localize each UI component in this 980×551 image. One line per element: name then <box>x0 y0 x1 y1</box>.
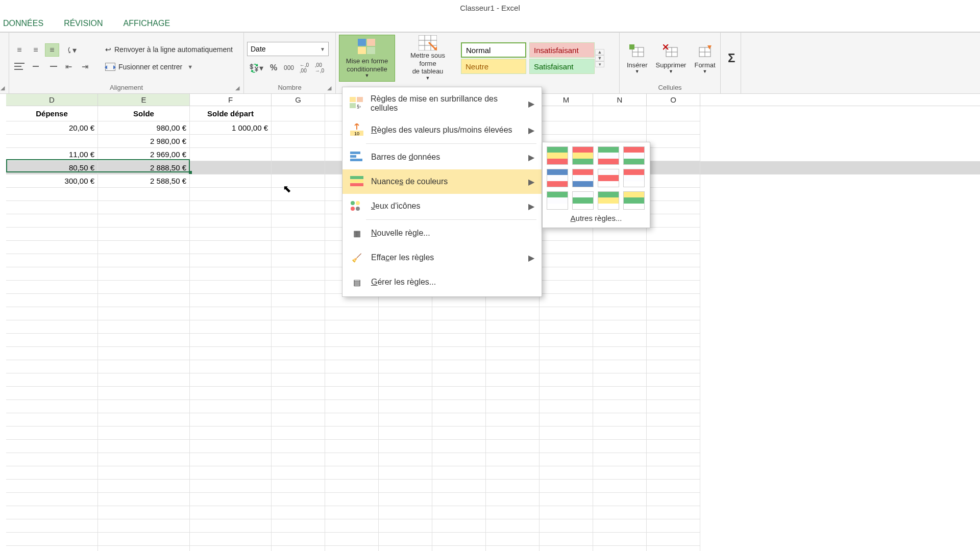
cell[interactable] <box>540 400 593 413</box>
cell[interactable] <box>432 360 486 373</box>
cell[interactable] <box>190 413 272 427</box>
indent-increase-button[interactable]: ⇥ <box>78 60 92 73</box>
cell[interactable] <box>593 281 647 294</box>
cell[interactable] <box>647 320 700 334</box>
cell[interactable] <box>647 347 700 360</box>
cell[interactable] <box>325 440 379 453</box>
cell[interactable] <box>379 387 432 400</box>
cell[interactable] <box>432 320 486 334</box>
format-as-table-button[interactable]: Mettre sous forme de tableau ▼ <box>397 35 458 82</box>
cell[interactable] <box>540 241 593 254</box>
cell[interactable] <box>593 307 647 320</box>
cell[interactable] <box>272 453 325 466</box>
cell[interactable] <box>272 347 325 360</box>
color-scale-swatch[interactable] <box>547 191 568 210</box>
cell[interactable] <box>272 480 325 493</box>
cell[interactable] <box>486 347 540 360</box>
cell[interactable] <box>593 347 647 360</box>
cell[interactable] <box>432 466 486 480</box>
cell[interactable] <box>432 546 486 551</box>
cell[interactable] <box>272 519 325 533</box>
cell[interactable] <box>98 360 190 373</box>
cell[interactable] <box>593 453 647 466</box>
cell[interactable] <box>540 121 593 135</box>
cell[interactable] <box>190 347 272 360</box>
cell[interactable] <box>272 320 325 334</box>
menu-item-new-rule[interactable]: ▦ Nouvelle règle... <box>342 221 542 245</box>
cell[interactable]: 2 980,00 € <box>98 135 190 148</box>
cell[interactable] <box>540 281 593 294</box>
cell[interactable] <box>272 387 325 400</box>
cell[interactable] <box>593 519 647 533</box>
cell[interactable] <box>432 533 486 546</box>
cell[interactable] <box>647 334 700 347</box>
cell[interactable] <box>647 267 700 281</box>
cell[interactable] <box>486 320 540 334</box>
format-cells-button[interactable]: Format▼ <box>690 41 719 76</box>
cell[interactable] <box>272 334 325 347</box>
cell[interactable] <box>540 106 593 121</box>
cell[interactable] <box>272 493 325 506</box>
cell[interactable] <box>98 188 190 201</box>
cell[interactable] <box>325 373 379 387</box>
cell[interactable] <box>272 307 325 320</box>
orientation-button[interactable]: ⤹▾ <box>61 43 81 57</box>
cell[interactable] <box>190 400 272 413</box>
cell[interactable] <box>190 188 272 201</box>
halign-left-button[interactable] <box>12 60 27 73</box>
cell[interactable] <box>272 281 325 294</box>
more-rules-link[interactable]: Autres règles... <box>547 210 646 223</box>
autosum-button[interactable]: Σ <box>724 50 739 67</box>
cell[interactable] <box>272 400 325 413</box>
cell[interactable] <box>6 307 98 320</box>
cell[interactable] <box>432 493 486 506</box>
column-header-F[interactable]: F <box>190 94 272 106</box>
cell[interactable] <box>647 254 700 267</box>
cell[interactable] <box>6 493 98 506</box>
cell[interactable] <box>647 453 700 466</box>
cell[interactable] <box>432 413 486 427</box>
cell[interactable] <box>647 148 700 161</box>
menu-item-data-bars[interactable]: Barres de données ▶ <box>342 145 542 169</box>
color-scale-swatch[interactable] <box>623 191 645 210</box>
cell[interactable] <box>593 427 647 440</box>
cell[interactable] <box>593 387 647 400</box>
cell[interactable] <box>379 427 432 440</box>
cell[interactable] <box>6 135 98 148</box>
cell[interactable] <box>272 201 325 214</box>
cell[interactable] <box>98 519 190 533</box>
cell[interactable]: 2 888,50 € <box>98 161 190 174</box>
cell[interactable] <box>540 533 593 546</box>
cell[interactable] <box>325 427 379 440</box>
cell[interactable] <box>98 493 190 506</box>
cell[interactable] <box>379 440 432 453</box>
cell[interactable] <box>98 506 190 519</box>
cell[interactable] <box>432 307 486 320</box>
color-scale-swatch[interactable] <box>572 191 594 210</box>
cell[interactable] <box>98 387 190 400</box>
cell[interactable] <box>593 334 647 347</box>
cell[interactable] <box>325 387 379 400</box>
thousands-button[interactable]: 000 <box>282 61 296 74</box>
cell[interactable] <box>6 466 98 480</box>
cell[interactable] <box>6 360 98 373</box>
cell[interactable] <box>272 106 325 121</box>
wrap-text-button[interactable]: ↩ Renvoyer à la ligne automatiquement <box>101 44 237 55</box>
cell[interactable] <box>593 400 647 413</box>
color-scale-swatch[interactable] <box>598 191 619 210</box>
cell[interactable] <box>540 480 593 493</box>
cell[interactable] <box>325 519 379 533</box>
cell[interactable] <box>540 360 593 373</box>
cell[interactable] <box>98 453 190 466</box>
cell[interactable] <box>379 320 432 334</box>
cell[interactable] <box>190 506 272 519</box>
cell[interactable] <box>486 533 540 546</box>
increase-decimal-button[interactable]: ←,0,00 <box>297 61 311 74</box>
cell[interactable] <box>272 373 325 387</box>
cell[interactable] <box>6 453 98 466</box>
cell[interactable] <box>98 400 190 413</box>
cell[interactable] <box>486 427 540 440</box>
cell[interactable] <box>432 400 486 413</box>
cell[interactable] <box>272 188 325 201</box>
cell[interactable] <box>593 121 647 135</box>
